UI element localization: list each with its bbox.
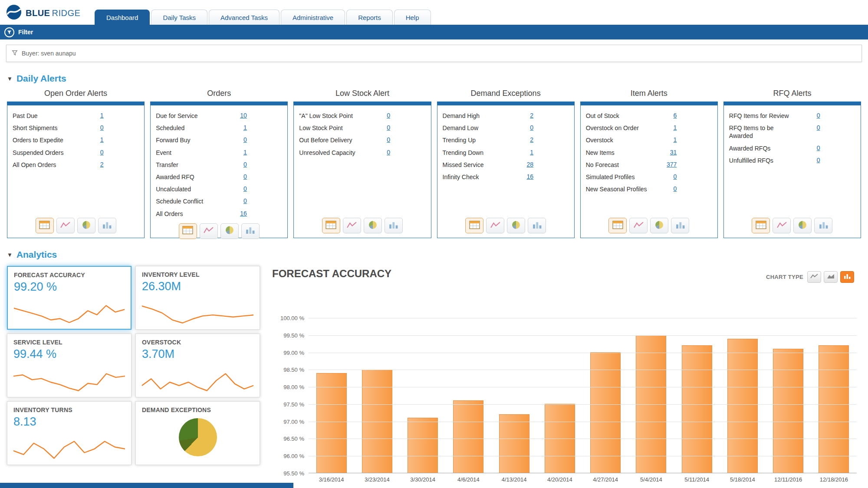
view-as-pie-chart-button[interactable] (220, 223, 239, 239)
alert-label: Unresolved Capacity (299, 149, 370, 157)
alert-count-link[interactable]: 0 (674, 173, 677, 180)
alert-count: 2 (83, 161, 104, 168)
view-as-bar-chart-button[interactable] (385, 218, 403, 233)
pie-chart-icon (511, 220, 521, 231)
alert-count-link[interactable]: 1 (243, 124, 247, 131)
alert-count-link[interactable]: 0 (387, 149, 390, 156)
chart-type-area-chart-button[interactable] (824, 271, 838, 283)
buyer-filter-label: Buyer: sven aunapu (22, 50, 76, 57)
chart-x-axis: 3/16/20143/23/20143/30/20144/6/20144/13/… (309, 473, 857, 483)
view-as-table-button[interactable] (36, 218, 54, 233)
x-axis-tick-label: 5/18/2014 (720, 476, 765, 483)
view-as-bar-chart-button[interactable] (528, 218, 546, 233)
alert-count-link[interactable]: 0 (243, 185, 247, 192)
alert-count-link[interactable]: 1 (674, 124, 677, 131)
analytics-tile-overstock[interactable]: OVERSTOCK3.70M (135, 334, 260, 397)
alert-count-link[interactable]: 0 (530, 124, 533, 131)
alert-count-link[interactable]: 0 (817, 144, 820, 151)
alert-count-link[interactable]: 28 (527, 161, 534, 168)
analytics-tile-inventory-level[interactable]: INVENTORY LEVEL26.30M (135, 266, 260, 330)
chart-bar (316, 373, 347, 473)
view-as-line-chart-button[interactable] (773, 218, 791, 233)
daily-alerts-panels: Open Order AlertsPast Due1Short Shipment… (7, 89, 861, 238)
alert-count-link[interactable]: 0 (674, 185, 677, 192)
tab-advanced-tasks[interactable]: Advanced Tasks (209, 10, 279, 25)
alert-count-link[interactable]: 1 (100, 136, 104, 143)
tile-title: INVENTORY TURNS (13, 406, 125, 413)
alert-count-link[interactable]: 2 (530, 112, 533, 119)
alert-label: Awarded RFQ (156, 173, 227, 181)
view-as-line-chart-button[interactable] (200, 223, 218, 239)
daily-alerts-section-header[interactable]: ▼ Daily Alerts (7, 73, 868, 84)
view-as-table-button[interactable] (752, 218, 770, 233)
tab-daily-tasks[interactable]: Daily Tasks (151, 10, 207, 25)
view-as-bar-chart-button[interactable] (814, 218, 832, 233)
buyer-filter-summary[interactable]: Buyer: sven aunapu (6, 45, 862, 62)
alert-count-link[interactable]: 0 (243, 173, 247, 180)
bar-slot (811, 318, 857, 473)
alert-count-link[interactable]: 0 (243, 161, 247, 168)
analytics-tile-inventory-turns[interactable]: INVENTORY TURNS8.13 (7, 401, 132, 465)
tab-administrative[interactable]: Administrative (281, 10, 345, 25)
view-as-table-button[interactable] (179, 223, 197, 239)
alert-count-link[interactable]: 1 (674, 136, 677, 143)
view-as-pie-chart-button[interactable] (650, 218, 668, 233)
alert-count-link[interactable]: 0 (100, 124, 104, 131)
tab-dashboard[interactable]: Dashboard (95, 10, 150, 25)
alert-count: 16 (227, 210, 247, 217)
view-as-line-chart-button[interactable] (56, 218, 75, 233)
view-as-table-button[interactable] (608, 218, 627, 233)
tab-help[interactable]: Help (394, 10, 431, 25)
collapse-arrow-icon: ▼ (7, 252, 13, 258)
alert-count-link[interactable]: 2 (530, 136, 533, 143)
alert-count-link[interactable]: 0 (817, 112, 820, 119)
view-as-line-chart-button[interactable] (486, 218, 504, 233)
alert-count-link[interactable]: 6 (674, 112, 677, 119)
alert-count-link[interactable]: 0 (817, 157, 820, 164)
view-as-table-button[interactable] (322, 218, 340, 233)
view-as-bar-chart-button[interactable] (98, 218, 116, 233)
alert-count-link[interactable]: 1 (530, 149, 533, 156)
view-as-pie-chart-button[interactable] (364, 218, 382, 233)
filter-bar[interactable]: Filter (0, 25, 868, 39)
alert-label: Low Stock Point (299, 124, 370, 132)
view-as-bar-chart-button[interactable] (241, 223, 260, 239)
alert-count-link[interactable]: 0 (243, 197, 247, 204)
alert-count: 0 (227, 161, 247, 168)
alert-count-link[interactable]: 0 (243, 136, 247, 143)
alert-count-link[interactable]: 16 (527, 173, 534, 180)
view-as-line-chart-button[interactable] (343, 218, 361, 233)
chart-type-line-chart-button[interactable] (807, 271, 821, 283)
alert-count-link[interactable]: 0 (387, 124, 390, 131)
alert-count: 0 (657, 173, 677, 180)
alert-count-link[interactable]: 0 (387, 136, 390, 143)
alert-count-link[interactable]: 1 (100, 112, 104, 119)
chart-type-bar-chart-button[interactable] (840, 271, 854, 283)
view-as-pie-chart-button[interactable] (507, 218, 525, 233)
view-as-pie-chart-button[interactable] (77, 218, 95, 233)
analytics-tile-demand-exceptions[interactable]: DEMAND EXCEPTIONS (135, 401, 260, 465)
alert-count-link[interactable]: 0 (387, 112, 390, 119)
tab-reports[interactable]: Reports (346, 10, 393, 25)
alert-count-link[interactable]: 10 (240, 112, 247, 119)
view-as-table-button[interactable] (465, 218, 483, 233)
table-icon (612, 220, 623, 231)
view-as-line-chart-button[interactable] (629, 218, 648, 233)
alert-panel: OrdersDue for Service10Scheduled1Forward… (150, 89, 288, 238)
alert-count-link[interactable]: 0 (817, 124, 820, 131)
alert-count-link[interactable]: 1 (243, 149, 247, 156)
alert-row: Low Stock Point0 (299, 122, 425, 134)
alert-count-link[interactable]: 0 (100, 149, 104, 156)
area-chart-icon (827, 273, 835, 281)
chart-type-switcher: CHART TYPE (766, 271, 854, 283)
alert-count-link[interactable]: 2 (100, 161, 104, 168)
alert-count-link[interactable]: 377 (667, 161, 677, 168)
analytics-tile-service-level[interactable]: SERVICE LEVEL99.44 % (7, 334, 132, 397)
view-as-bar-chart-button[interactable] (671, 218, 689, 233)
alert-count-link[interactable]: 31 (670, 149, 677, 156)
analytics-section-header[interactable]: ▼ Analytics (7, 249, 868, 260)
alert-count-link[interactable]: 16 (240, 210, 247, 217)
alert-row: Forward Buy0 (156, 134, 282, 146)
analytics-tile-forecast-accuracy[interactable]: FORECAST ACCURACY99.20 % (7, 266, 132, 330)
view-as-pie-chart-button[interactable] (793, 218, 812, 233)
